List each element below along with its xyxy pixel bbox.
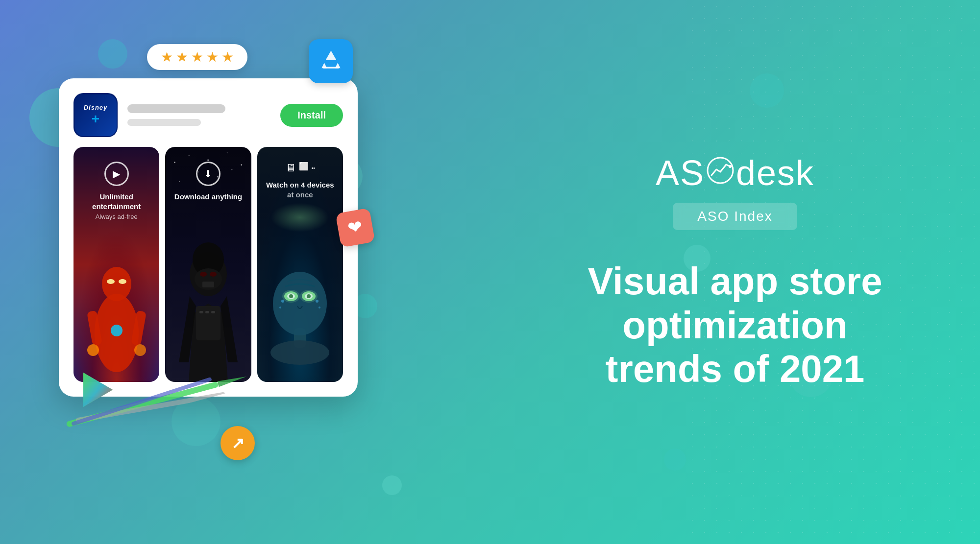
- play-circle-icon: ▶: [104, 162, 129, 186]
- svg-point-33: [232, 169, 233, 170]
- headline-line3: trends of 2021: [588, 347, 882, 391]
- tablet-icon: ⬜: [299, 162, 309, 174]
- svg-rect-17: [199, 311, 203, 313]
- phone-dots: ••: [312, 162, 315, 174]
- tv-icon: 🖥: [285, 162, 296, 174]
- screenshot-unlimited: ▶ Unlimited entertainment Always ad-free: [74, 147, 159, 382]
- svg-point-32: [217, 176, 219, 178]
- screenshot-devices: 🖥 ⬜ •• Watch on 4 devices at once: [257, 147, 343, 382]
- svg-point-26: [174, 162, 175, 163]
- svg-point-31: [198, 171, 199, 172]
- heart-symbol: ❤: [346, 216, 365, 239]
- svg-point-14: [87, 344, 99, 356]
- right-section: AS desk ASO Index Visual app store optim…: [490, 0, 980, 544]
- share-icon: ↗: [220, 426, 255, 460]
- aso-index-label: ASO Index: [697, 209, 772, 224]
- screenshot-1-subtitle: Always ad-free: [96, 213, 138, 220]
- svg-point-50: [273, 272, 327, 335]
- install-button[interactable]: Install: [280, 104, 343, 127]
- left-section: ★ ★ ★ ★ ★ ❤ ↗: [39, 29, 382, 509]
- eye-glow: [270, 203, 329, 232]
- svg-point-15: [134, 344, 146, 356]
- brand-chart-circle-icon: [706, 156, 735, 185]
- svg-point-51: [708, 158, 733, 183]
- svg-point-8: [102, 267, 131, 301]
- star-icon: ★: [176, 49, 188, 65]
- svg-rect-18: [205, 311, 209, 313]
- app-name-bar: [127, 104, 225, 113]
- svg-rect-25: [202, 282, 214, 287]
- svg-point-27: [189, 155, 190, 156]
- svg-point-23: [200, 272, 207, 277]
- svg-point-28: [208, 159, 209, 161]
- stars-bg: [165, 147, 251, 245]
- star-icon: ★: [221, 49, 234, 65]
- device-icons: 🖥 ⬜ ••: [285, 162, 315, 174]
- svg-point-9: [107, 279, 115, 284]
- appstore-logo-icon: [318, 48, 344, 75]
- svg-point-34: [179, 181, 180, 182]
- darth-vader-figure: [179, 225, 238, 382]
- decorative-circle: [382, 475, 402, 495]
- svg-point-29: [227, 152, 228, 153]
- brand-name: AS desk: [656, 153, 814, 193]
- screenshot-1-title: Unlimited entertainment: [74, 192, 159, 211]
- svg-marker-2: [83, 373, 113, 407]
- disney-text: Disney: [84, 104, 108, 111]
- brand-desk-text: desk: [736, 153, 814, 193]
- app-info: [127, 104, 270, 126]
- star-icon: ★: [161, 49, 173, 65]
- share-symbol: ↗: [231, 434, 245, 452]
- aso-index-badge: ASO Index: [673, 203, 797, 230]
- app-subtitle-bar: [127, 119, 201, 126]
- svg-rect-19: [211, 311, 215, 313]
- svg-point-11: [111, 325, 122, 336]
- svg-point-10: [119, 279, 126, 284]
- disney-plus-icon: Disney +: [74, 93, 118, 137]
- star-icon: ★: [191, 49, 203, 65]
- disney-plus-symbol: +: [92, 111, 99, 127]
- star-rating: ★ ★ ★ ★ ★: [147, 44, 247, 70]
- svg-point-52: [729, 165, 732, 168]
- google-play-icon: [78, 370, 118, 411]
- brand-aso-text: AS: [656, 153, 705, 193]
- screenshots-row: ▶ Unlimited entertainment Always ad-free: [74, 147, 343, 382]
- ironman-figure: [82, 235, 151, 382]
- svg-point-24: [210, 272, 217, 277]
- app-header: Disney + Install: [74, 93, 343, 137]
- svg-point-37: [270, 340, 329, 365]
- headline-line2: optimization: [588, 304, 882, 348]
- svg-rect-0: [323, 67, 339, 68]
- main-headline: Visual app store optimization trends of …: [588, 260, 882, 391]
- appstore-icon: [309, 39, 353, 83]
- screenshot-download: ⬇ Download anything: [165, 147, 251, 382]
- svg-marker-4: [217, 374, 247, 387]
- background: ★ ★ ★ ★ ★ ❤ ↗: [0, 0, 980, 544]
- svg-point-30: [241, 164, 243, 166]
- star-icon: ★: [206, 49, 219, 65]
- headline-line1: Visual app store: [588, 260, 882, 304]
- heart-icon: ❤: [335, 208, 375, 247]
- app-card: Disney + Install: [59, 78, 358, 397]
